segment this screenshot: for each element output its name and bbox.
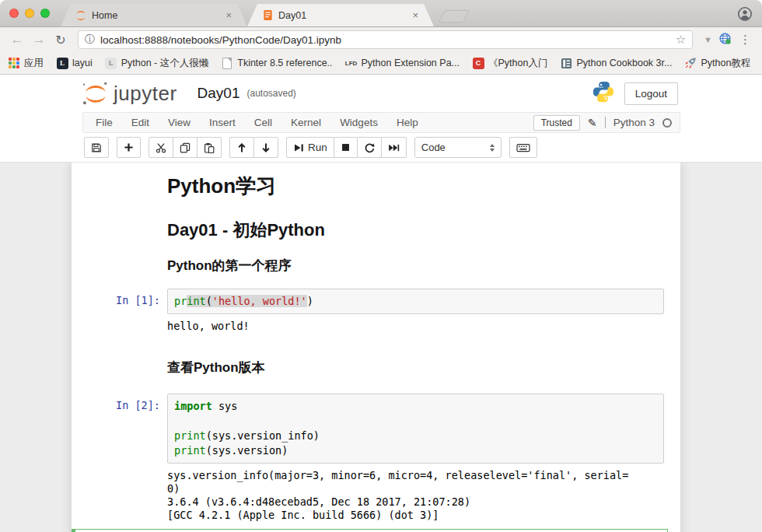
menu-file[interactable]: File	[86, 117, 122, 128]
prompt-spacer	[79, 219, 167, 240]
new-tab-button[interactable]	[439, 10, 470, 23]
menu-insert[interactable]: Insert	[200, 117, 245, 128]
extension-globe-icon[interactable]	[718, 32, 732, 48]
keyboard-icon	[516, 142, 530, 153]
save-button[interactable]	[84, 137, 109, 158]
url-text[interactable]: localhost:8888/notebooks/PythonCode/Day0…	[100, 34, 670, 46]
select-carets-icon	[490, 144, 495, 152]
zoom-window-button[interactable]	[40, 9, 50, 18]
heading-check-version: 查看Python版本	[167, 359, 664, 376]
trusted-button[interactable]: Trusted	[533, 115, 580, 131]
close-window-button[interactable]	[9, 9, 19, 18]
bookmark-label: layui	[72, 58, 93, 68]
tab-close-icon[interactable]: ×	[411, 9, 420, 21]
markdown-cell-h1[interactable]: Python学习	[72, 170, 668, 201]
prompt-spacer	[79, 257, 167, 275]
profile-icon[interactable]	[737, 6, 753, 25]
kernel-idle-indicator-icon	[662, 118, 672, 128]
run-cell-button[interactable]: Run	[286, 137, 334, 158]
bookmark-apps[interactable]: 应用	[8, 57, 44, 70]
heading-first-program: Python的第一个程序	[167, 257, 664, 275]
command-palette-button[interactable]	[509, 137, 537, 158]
input-prompt: In [2]:	[79, 394, 167, 522]
divider	[605, 117, 606, 128]
layui-icon: L	[56, 57, 68, 69]
jupyter-logo[interactable]: jupyter	[81, 81, 177, 106]
address-bar[interactable]: ⓘ localhost:8888/notebooks/PythonCode/Da…	[78, 30, 693, 49]
move-cell-up-button[interactable]	[229, 137, 254, 158]
cell-type-value: Code	[421, 142, 446, 153]
notebook-title[interactable]: Day01	[197, 85, 240, 102]
restart-run-all-button[interactable]	[381, 137, 407, 158]
tab-day01[interactable]: Day01 ×	[247, 4, 434, 26]
menu-kernel[interactable]: Kernel	[281, 117, 330, 128]
bookmark-label: Python - 这个人很懒	[121, 57, 209, 70]
menu-view[interactable]: View	[159, 117, 200, 128]
edit-mode-pencil-icon: ✎	[588, 117, 597, 129]
menu-edit[interactable]: Edit	[122, 117, 159, 128]
code-cell-2[interactable]: In [2]: import sys print(sys.version_inf…	[72, 390, 668, 526]
tab-home[interactable]: Home ×	[61, 4, 247, 26]
tab-strip: Home × Day01 ×	[0, 0, 762, 27]
code-editor[interactable]: print('hello, world!')	[167, 289, 664, 314]
interrupt-kernel-button[interactable]	[334, 137, 358, 158]
lfd-icon: LFD	[345, 57, 358, 69]
browser-menu-icon[interactable]: ⋮	[735, 33, 754, 47]
menu-cell[interactable]: Cell	[245, 117, 281, 128]
copy-cell-button[interactable]	[173, 137, 197, 158]
reload-button[interactable]: ↻	[51, 33, 70, 47]
input-prompt: In [1]:	[79, 289, 167, 333]
add-cell-button[interactable]	[117, 137, 141, 158]
forward-button[interactable]: →	[30, 32, 48, 47]
code-cell-1[interactable]: In [1]: print('hello, world!') hello, wo…	[72, 285, 668, 337]
python-logo-icon	[592, 80, 615, 107]
menubar: File Edit View Insert Cell Kernel Widget…	[82, 112, 680, 133]
bookmark-python-blog[interactable]: L Python - 这个人很懒	[105, 57, 209, 70]
bookmarks-bar: 应用 L layui L Python - 这个人很懒 Tkinter 8.5 …	[0, 52, 762, 75]
bookmark-python-extension[interactable]: LFD Python Extension Pa...	[345, 57, 460, 69]
bookmark-tkinter[interactable]: Tkinter 8.5 reference..	[221, 57, 332, 69]
notebook-favicon-icon	[261, 9, 274, 22]
bookmark-label: Tkinter 8.5 reference..	[237, 58, 332, 68]
tab-close-icon[interactable]: ×	[224, 9, 233, 21]
bookmark-python-tutorial[interactable]: Python教程	[684, 57, 750, 70]
markdown-cell-h2[interactable]: Day01 - 初始Python	[72, 215, 668, 244]
floppy-icon	[91, 142, 102, 153]
arrow-down-icon	[260, 142, 271, 153]
cut-cell-button[interactable]	[149, 137, 173, 158]
fast-forward-icon	[388, 142, 400, 153]
rocket-icon	[684, 57, 697, 69]
markdown-cell-h3-first-program[interactable]: Python的第一个程序	[72, 254, 668, 278]
bookmark-star-icon[interactable]: ☆	[676, 33, 686, 47]
markdown-cell-h3-version[interactable]: 查看Python版本	[72, 355, 668, 380]
code-cell-3-selected[interactable]: In [ ]:	[72, 529, 668, 532]
minimize-window-button[interactable]	[25, 9, 34, 18]
jupyter-favicon-icon	[75, 9, 87, 22]
copy-icon	[180, 142, 190, 153]
bookmark-python-intro[interactable]: C 《Python入门	[472, 57, 547, 70]
restart-kernel-button[interactable]	[357, 137, 382, 158]
menubar-row: File Edit View Insert Cell Kernel Widget…	[0, 112, 762, 133]
notebook-container: Python学习 Day01 - 初始Python Python的第一个程序 I…	[72, 163, 680, 532]
logout-button[interactable]: Logout	[624, 82, 678, 105]
kernel-name[interactable]: Python 3	[613, 117, 655, 128]
downloads-caret-icon[interactable]: ▼	[701, 35, 715, 44]
page-icon	[221, 57, 233, 69]
bookmark-label: Python Cookbook 3r...	[576, 58, 672, 68]
site-info-icon[interactable]: ⓘ	[85, 33, 95, 47]
run-label: Run	[308, 142, 327, 153]
bookmark-python-cookbook[interactable]: Python Cookbook 3r...	[560, 57, 672, 69]
paste-cell-button[interactable]	[197, 137, 222, 158]
menu-widgets[interactable]: Widgets	[330, 117, 387, 128]
move-cell-down-button[interactable]	[253, 137, 278, 158]
bookmark-layui[interactable]: L layui	[56, 57, 93, 69]
jupyter-logo-icon	[81, 81, 110, 106]
menu-help[interactable]: Help	[387, 117, 428, 128]
notebook-area: Python学习 Day01 - 初始Python Python的第一个程序 I…	[0, 163, 762, 532]
prompt-spacer	[79, 359, 167, 376]
notebook-toolbar: Run Code	[0, 133, 762, 163]
tab-label: Home	[92, 10, 219, 21]
cell-type-select[interactable]: Code	[414, 137, 502, 158]
back-button[interactable]: ←	[8, 32, 26, 47]
code-editor[interactable]: import sys print(sys.version_info)print(…	[167, 394, 664, 464]
